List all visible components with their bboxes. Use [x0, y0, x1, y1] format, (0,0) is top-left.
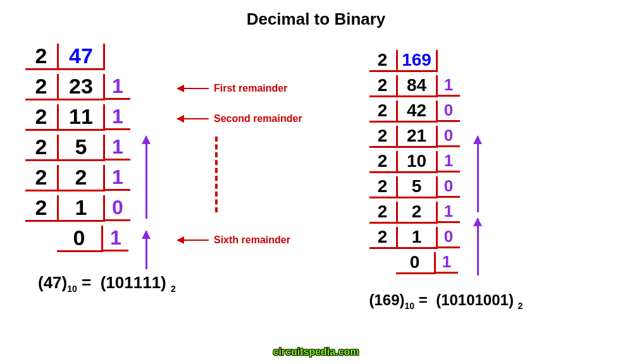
- base-sub: 2: [518, 301, 523, 311]
- up-arrow-icon: [146, 231, 147, 269]
- equals: =: [419, 291, 428, 308]
- watermark: circuitspedia.com: [273, 346, 359, 358]
- decimal-value: (169): [369, 291, 405, 308]
- remainder: 0: [438, 176, 460, 198]
- base-sub: 10: [67, 284, 77, 294]
- remainder: 1: [105, 75, 130, 100]
- annotation-label: Second remainder: [214, 113, 302, 124]
- quotient: 11: [59, 104, 105, 131]
- remainder: 1: [105, 135, 130, 161]
- base-sub: 2: [171, 284, 176, 294]
- remainder: 0: [438, 100, 460, 122]
- up-arrow-icon: [477, 219, 479, 276]
- arrow-left-icon: [177, 240, 209, 241]
- table-row: 2 42 0: [369, 99, 607, 124]
- table-row: 2 1 0: [25, 193, 369, 224]
- divisor: 2: [369, 100, 398, 123]
- table-row: 2 47: [25, 42, 369, 72]
- quotient: 84: [398, 75, 438, 97]
- base-sub: 10: [405, 301, 415, 311]
- quotient: 5: [398, 176, 438, 198]
- quotient: 21: [398, 126, 438, 148]
- quotient: 47: [59, 44, 105, 70]
- divisor: 2: [25, 135, 59, 161]
- quotient: 2: [398, 202, 438, 224]
- equals: =: [82, 273, 91, 292]
- remainder: 1: [438, 202, 460, 223]
- remainder: 0: [438, 227, 460, 248]
- divisor: 2: [369, 227, 398, 249]
- result-47: (47)10 = (101111) 2: [38, 273, 369, 294]
- annotation-label: First remainder: [214, 83, 287, 94]
- dashed-line-icon: [215, 136, 218, 212]
- binary-value: (101111): [101, 273, 166, 292]
- quotient: 42: [398, 100, 438, 123]
- divisor: 2: [25, 195, 59, 222]
- result-169: (169)10 = (10101001) 2: [369, 291, 607, 311]
- diagram-container: 2 47 2 23 1 2 11 1 2 5 1 2 2 1: [0, 29, 632, 311]
- table-row: 2 2 1: [25, 163, 369, 193]
- annotation-sixth: Sixth remainder: [177, 234, 290, 246]
- table-row: 2 5 1: [25, 133, 369, 163]
- table-row: 2 169: [369, 48, 607, 73]
- remainder: 1: [105, 166, 130, 191]
- quotient: 5: [59, 135, 105, 161]
- page-title: Decimal to Binary: [0, 0, 632, 29]
- table-row: 0 1: [369, 250, 607, 276]
- table-row: 2 2 1: [369, 200, 607, 225]
- quotient: 2: [59, 165, 105, 191]
- up-arrow-icon: [146, 136, 147, 219]
- divisor: 2: [369, 50, 398, 72]
- divisor: 2: [25, 44, 59, 70]
- divisor: 2: [369, 126, 398, 148]
- remainder: 1: [438, 75, 460, 97]
- divisor: 2: [369, 176, 398, 198]
- divisor: 2: [25, 165, 59, 191]
- divisor: 2: [369, 75, 398, 97]
- quotient: 1: [59, 195, 105, 222]
- quotient: 0: [57, 226, 103, 252]
- arrow-left-icon: [177, 118, 209, 119]
- quotient: 0: [396, 252, 436, 274]
- division-table-47: 2 47 2 23 1 2 11 1 2 5 1 2 2 1: [25, 42, 369, 254]
- table-row: 2 21 0: [369, 124, 607, 149]
- left-conversion: 2 47 2 23 1 2 11 1 2 5 1 2 2 1: [25, 29, 369, 311]
- remainder: 0: [105, 196, 130, 221]
- quotient: 23: [59, 74, 105, 100]
- divisor: 2: [369, 202, 398, 224]
- decimal-value: (47): [38, 273, 67, 292]
- quotient: 10: [398, 151, 438, 173]
- remainder: 0: [438, 126, 460, 147]
- divisor: 2: [25, 104, 59, 131]
- annotation-label: Sixth remainder: [214, 234, 290, 246]
- division-table-169: 2 169 2 84 1 2 42 0 2 21 0 2 10: [369, 48, 607, 276]
- remainder: 1: [438, 151, 460, 173]
- quotient: 169: [398, 50, 438, 72]
- table-row: 2 5 0: [369, 174, 607, 200]
- table-row: 2 1 0: [369, 225, 607, 250]
- arrow-left-icon: [177, 88, 209, 89]
- remainder: 1: [105, 105, 130, 130]
- annotation-first: First remainder: [177, 83, 287, 94]
- quotient: 1: [398, 227, 438, 249]
- table-row: 2 10 1: [369, 149, 607, 174]
- right-conversion: 2 169 2 84 1 2 42 0 2 21 0 2 10: [369, 29, 607, 311]
- divisor: 2: [25, 74, 59, 100]
- up-arrow-icon: [477, 136, 479, 212]
- table-row: 2 84 1: [369, 73, 607, 99]
- divisor: 2: [369, 151, 398, 173]
- remainder: 1: [103, 226, 128, 252]
- binary-value: (10101001): [436, 291, 514, 308]
- remainder: 1: [436, 252, 458, 274]
- annotation-second: Second remainder: [177, 113, 302, 124]
